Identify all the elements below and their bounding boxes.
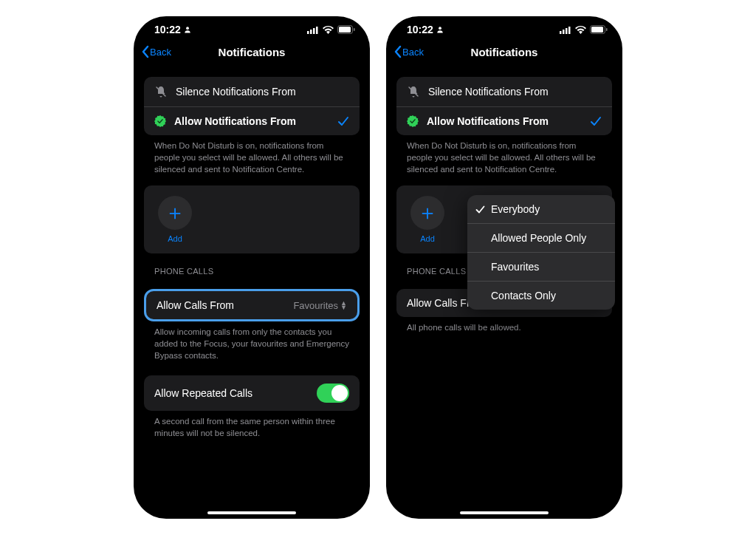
checkmark-icon	[590, 116, 602, 126]
status-bar: 10:22	[134, 16, 370, 37]
chevron-left-icon	[394, 45, 402, 58]
mode-footer: When Do Not Disturb is on, notifications…	[396, 135, 612, 175]
popover-option-everybody[interactable]: Everybody	[467, 195, 615, 223]
popover-option-label: Favourites	[491, 261, 539, 273]
add-person-button[interactable]: ＋ Add	[154, 196, 196, 243]
nav-bar: Back Notifications	[134, 37, 370, 67]
repeated-footer: A second call from the same person withi…	[144, 411, 360, 439]
back-button[interactable]: Back	[141, 45, 171, 58]
popover-option-label: Everybody	[491, 203, 540, 215]
popover-option-label: Contacts Only	[491, 290, 556, 301]
add-people-group: ＋ Add	[144, 185, 360, 253]
plus-icon: ＋	[158, 196, 192, 230]
home-indicator[interactable]	[460, 511, 549, 514]
back-label: Back	[150, 47, 171, 58]
person-icon	[436, 26, 444, 33]
add-person-button[interactable]: ＋ Add	[407, 196, 448, 243]
verified-badge-icon	[154, 115, 166, 127]
svg-rect-15	[591, 27, 603, 33]
silence-label: Silence Notifications From	[176, 86, 349, 98]
silence-notifications-row[interactable]: Silence Notifications From	[144, 77, 360, 106]
calls-footer: All phone calls will be allowed.	[396, 317, 612, 333]
svg-rect-4	[316, 27, 318, 34]
repeated-calls-group: Allow Repeated Calls	[144, 375, 360, 411]
svg-rect-6	[339, 27, 351, 33]
notification-mode-group: Silence Notifications From Allow Notific…	[144, 77, 360, 135]
allow-label: Allow Notifications From	[427, 115, 582, 127]
allow-notifications-row[interactable]: Allow Notifications From	[144, 106, 360, 135]
repeated-calls-toggle[interactable]	[317, 384, 349, 403]
phone-calls-header: PHONE CALLS	[144, 253, 360, 279]
popover-option-contacts-only[interactable]: Contacts Only	[467, 281, 615, 310]
svg-point-0	[186, 27, 189, 30]
home-indicator[interactable]	[207, 511, 296, 514]
battery-icon	[337, 25, 355, 34]
verified-badge-icon	[407, 115, 419, 127]
chevron-left-icon	[141, 45, 150, 58]
phone-screenshot-left: 10:22 Back Notifications Silence Notific…	[134, 16, 370, 519]
phone-screenshot-right: 10:22 Back Notifications Silence Notific…	[386, 16, 622, 519]
svg-rect-16	[606, 28, 608, 31]
cellular-icon	[307, 26, 319, 34]
svg-rect-10	[560, 31, 562, 34]
plus-icon: ＋	[410, 196, 444, 230]
nav-bar: Back Notifications	[386, 37, 622, 67]
status-time: 10:22	[407, 24, 433, 35]
allow-repeated-calls-row[interactable]: Allow Repeated Calls	[144, 375, 360, 411]
wifi-icon	[575, 26, 586, 34]
calls-footer: Allow incoming calls from only the conta…	[144, 321, 360, 361]
status-time: 10:22	[154, 24, 181, 35]
allow-notifications-row[interactable]: Allow Notifications From	[396, 106, 612, 135]
allow-calls-popover: Everybody Allowed People Only Favourites…	[467, 195, 615, 310]
svg-rect-13	[568, 27, 571, 34]
popover-option-allowed-only[interactable]: Allowed People Only	[467, 223, 615, 252]
allow-label: Allow Notifications From	[174, 115, 329, 127]
add-label: Add	[420, 234, 435, 243]
cellular-icon	[560, 26, 571, 34]
allow-calls-from-row[interactable]: Allow Calls From Favourites ▲▼	[146, 291, 357, 319]
silence-notifications-row[interactable]: Silence Notifications From	[396, 77, 612, 106]
svg-rect-11	[563, 30, 565, 34]
allow-calls-label: Allow Calls From	[157, 299, 285, 311]
wifi-icon	[323, 26, 334, 34]
mode-footer: When Do Not Disturb is on, notifications…	[144, 135, 360, 175]
notification-mode-group: Silence Notifications From Allow Notific…	[396, 77, 612, 135]
checkmark-icon	[475, 205, 485, 214]
back-button[interactable]: Back	[394, 45, 424, 58]
bell-slash-icon	[407, 85, 420, 98]
svg-rect-2	[310, 30, 312, 34]
allow-calls-value: Favourites	[293, 300, 338, 311]
back-label: Back	[402, 47, 424, 58]
bell-slash-icon	[154, 85, 168, 98]
checkmark-icon	[337, 116, 349, 126]
svg-rect-7	[354, 28, 355, 31]
battery-icon	[590, 25, 608, 34]
allow-calls-group: Allow Calls From Favourites ▲▼	[144, 289, 360, 321]
popover-option-label: Allowed People Only	[491, 232, 586, 244]
silence-label: Silence Notifications From	[428, 86, 602, 98]
popover-option-favourites[interactable]: Favourites	[467, 252, 615, 281]
status-bar: 10:22	[386, 16, 622, 37]
person-icon	[184, 26, 191, 33]
add-label: Add	[168, 234, 182, 243]
updown-icon: ▲▼	[340, 301, 347, 310]
svg-rect-1	[307, 31, 309, 34]
svg-point-9	[439, 27, 441, 30]
svg-rect-3	[313, 28, 315, 34]
svg-rect-12	[566, 28, 568, 34]
repeated-calls-label: Allow Repeated Calls	[154, 387, 309, 399]
